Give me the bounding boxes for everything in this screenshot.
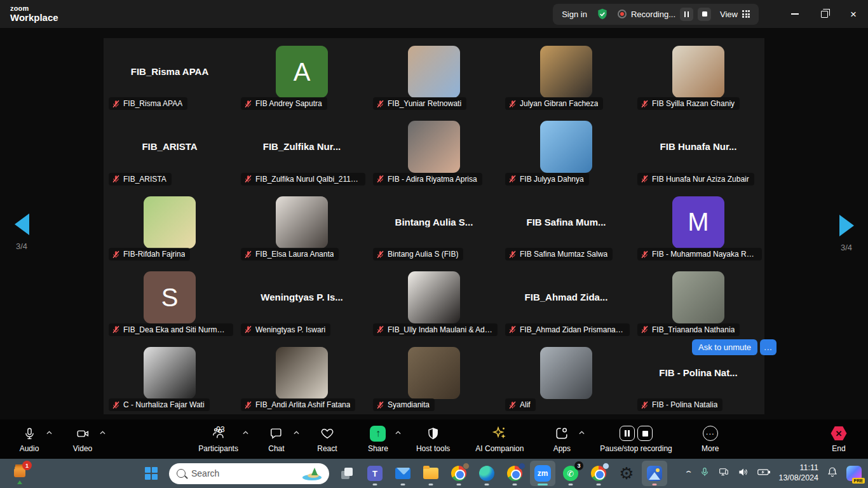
- participant-tile[interactable]: S FIB_Dea Eka and Siti Nurmasyi...: [104, 264, 236, 339]
- sign-in-button[interactable]: Sign in: [562, 10, 587, 19]
- file-explorer-button[interactable]: [418, 461, 444, 486]
- participant-tile[interactable]: Syamdianita: [368, 339, 500, 414]
- participant-tile[interactable]: FIB_Risma APAA FIB_Risma APAA: [104, 38, 236, 113]
- participant-display-name: FIB - Polina Nat...: [632, 367, 764, 377]
- chat-button[interactable]: Chat: [264, 426, 289, 453]
- participant-tile[interactable]: FIB_ARISTA FIB_ARISTA: [104, 113, 236, 188]
- ai-companion-button[interactable]: AI Companion: [475, 426, 524, 453]
- chevron-up-icon[interactable]: [294, 428, 299, 437]
- participant-display-name: FIB_Ahmad Zida...: [500, 292, 632, 302]
- stop-recording-button[interactable]: [698, 8, 711, 21]
- view-button[interactable]: View: [720, 10, 750, 19]
- participant-tile[interactable]: C - Nurhaliza Fajar Wati: [104, 339, 236, 414]
- participant-tile[interactable]: FIB Hunafa Nur... FIB Hunafa Nur Aziza Z…: [632, 113, 764, 188]
- chevron-up-icon[interactable]: [46, 428, 52, 437]
- end-meeting-button[interactable]: ✕ End: [826, 426, 851, 453]
- mail-app-button[interactable]: [390, 461, 416, 486]
- more-button[interactable]: ... More: [698, 426, 723, 453]
- participant-tile[interactable]: FIB_Elsa Laura Ananta: [236, 189, 368, 264]
- chevron-up-icon[interactable]: [579, 428, 585, 437]
- mic-muted-icon: [244, 100, 252, 108]
- girl-covering-face-photo: [276, 196, 328, 248]
- host-tools-button[interactable]: Host tools: [416, 426, 450, 453]
- pause-stop-recording-button[interactable]: Pause/stop recording: [600, 426, 672, 453]
- participant-name: Weningtyas P. Iswari: [255, 325, 325, 334]
- mic-muted-icon: [244, 250, 252, 259]
- participant-tile[interactable]: Alif: [500, 339, 632, 414]
- participant-label: Syamdianita: [373, 398, 435, 411]
- participant-tile[interactable]: FIB_Zulfika Nur... FIB_Zulfika Nurul Qal…: [236, 113, 368, 188]
- video-button[interactable]: Video: [70, 426, 95, 453]
- participant-tile[interactable]: FIB_Yuniar Retnowati: [368, 38, 500, 113]
- cat-illustration-photo: [144, 196, 196, 248]
- mic-muted-icon: [376, 250, 384, 259]
- teams-app-button[interactable]: T: [362, 461, 388, 486]
- participant-label: Weningtyas P. Iswari: [241, 323, 330, 336]
- participant-tile[interactable]: FIB_Triananda Nathania: [632, 264, 764, 339]
- chevron-up-icon[interactable]: [100, 428, 105, 437]
- participant-tile[interactable]: FIB_Ully Indah Maulani & Adel...: [368, 264, 500, 339]
- edge-browser-button[interactable]: [474, 461, 499, 486]
- notification-tray-icon[interactable]: 1: [13, 463, 29, 482]
- search-daily-image-icon[interactable]: [302, 466, 324, 480]
- mic-muted-icon: [641, 250, 649, 259]
- participant-name: Alif: [520, 400, 531, 409]
- pause-recording-button[interactable]: [680, 8, 693, 21]
- whatsapp-badge: 3: [574, 461, 583, 470]
- react-button[interactable]: React: [315, 426, 340, 453]
- participant-tile[interactable]: Weningtyas P. Is... Weningtyas P. Iswari: [236, 264, 368, 339]
- ellipsis-icon: ...: [703, 426, 718, 441]
- participant-tile[interactable]: A FIB Andrey Saputra: [236, 38, 368, 113]
- ask-to-unmute-button[interactable]: Ask to unmute: [692, 339, 757, 355]
- share-screen-icon: ↑: [370, 426, 386, 442]
- apps-button[interactable]: Apps: [549, 426, 574, 453]
- whatsapp-button[interactable]: ✆ 3: [558, 461, 583, 486]
- settings-button[interactable]: ⚙: [614, 461, 639, 486]
- participant-tile[interactable]: Bintang Aulia S... Bintang Aulia S (FIB): [368, 189, 500, 264]
- photos-app-button[interactable]: [642, 461, 667, 486]
- task-view-button[interactable]: [334, 461, 360, 486]
- tray-display-icon[interactable]: [718, 467, 729, 480]
- zoom-app-button[interactable]: zm: [530, 461, 555, 486]
- participant-tile[interactable]: Julyan Gibran Facheza: [500, 38, 632, 113]
- chevron-up-icon[interactable]: [395, 428, 401, 437]
- copilot-icon[interactable]: PRE: [846, 466, 862, 481]
- chrome-profile1-button[interactable]: [446, 461, 471, 486]
- security-shield-icon[interactable]: [596, 8, 609, 20]
- tray-time: 11:11: [778, 463, 818, 473]
- minimize-button[interactable]: [780, 0, 810, 28]
- end-label: End: [832, 444, 845, 453]
- participant-tile[interactable]: M FIB - Muhammad Nayaka Rey...: [632, 189, 764, 264]
- chrome-profile3-button[interactable]: [586, 461, 611, 486]
- next-page-arrow-icon[interactable]: [839, 215, 854, 236]
- tray-microphone-icon[interactable]: [700, 467, 710, 480]
- previous-page-arrow-icon[interactable]: [15, 214, 29, 235]
- search-input[interactable]: Search: [169, 463, 329, 484]
- restore-button[interactable]: [810, 0, 839, 28]
- profile-badge: [602, 463, 609, 470]
- participant-tile[interactable]: FIB - Adira Riyatma Aprisa: [368, 113, 500, 188]
- tray-battery-icon[interactable]: [757, 468, 770, 479]
- tray-volume-icon[interactable]: [738, 467, 749, 480]
- participants-button[interactable]: Participants 93: [198, 426, 238, 453]
- pause-recording-icon[interactable]: [620, 426, 635, 441]
- chrome-profile2-button[interactable]: [502, 461, 527, 486]
- tray-chevron-up-icon[interactable]: ⌃: [684, 470, 693, 478]
- close-button[interactable]: ×: [839, 0, 868, 28]
- stop-recording-icon[interactable]: [637, 426, 653, 441]
- participant-tile[interactable]: FIB Julyya Dahnya: [500, 113, 632, 188]
- start-button[interactable]: [139, 461, 164, 486]
- clock[interactable]: 11:11 13/08/2024: [778, 463, 818, 483]
- mic-muted-icon: [508, 100, 517, 108]
- mic-muted-icon: [641, 325, 649, 334]
- chevron-up-icon[interactable]: [243, 428, 248, 437]
- participant-tile[interactable]: FIB_Ahmad Zida... FIB_Ahmad Zidan Prisma…: [500, 264, 632, 339]
- notification-bell-icon[interactable]: z: [827, 466, 838, 480]
- more-options-button[interactable]: ...: [760, 339, 776, 355]
- participant-tile[interactable]: FIB-Rifdah Fajrina: [104, 189, 236, 264]
- share-button[interactable]: ↑ Share: [365, 426, 391, 453]
- participant-tile[interactable]: FIB Syilla Razan Ghaniy: [632, 38, 764, 113]
- participant-tile[interactable]: FIB Safina Mum... FIB Safina Mumtaz Salw…: [500, 189, 632, 264]
- participant-tile[interactable]: FIB_Andi Arlita Ashif Fatana: [236, 339, 368, 414]
- audio-button[interactable]: Audio: [17, 426, 42, 453]
